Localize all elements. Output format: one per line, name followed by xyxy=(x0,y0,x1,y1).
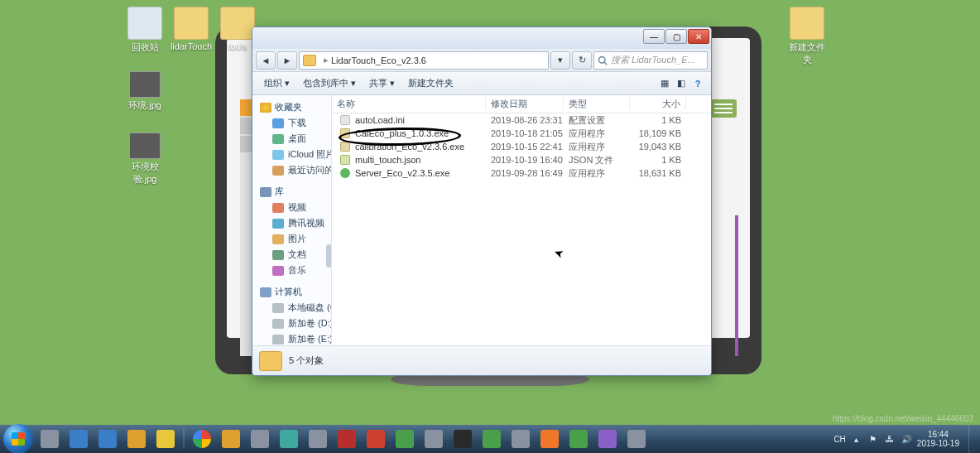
sidebar-item-downloads[interactable]: 下载 xyxy=(257,115,331,131)
nav-forward-button[interactable]: ► xyxy=(277,51,297,70)
tray-flag-icon[interactable]: ⚑ xyxy=(867,433,879,445)
breadcrumb-folder[interactable]: LidarTouch_Eco_v2.3.6 xyxy=(331,55,426,65)
file-row[interactable]: CalEco_plus_1.0.3.exe 2019-10-18 21:05 应… xyxy=(332,127,711,140)
taskbar-item[interactable] xyxy=(536,427,564,451)
sidebar-item-recent[interactable]: 最近访问的位置 xyxy=(257,162,331,178)
desktop-icon-env-jpg[interactable]: 环境.jpg xyxy=(122,71,167,112)
file-size: 18,109 KB xyxy=(630,128,686,138)
file-size: 1 KB xyxy=(630,155,686,165)
desktop-icon xyxy=(272,134,284,144)
view-button[interactable]: ▦ xyxy=(656,75,673,92)
refresh-button[interactable]: ↻ xyxy=(572,51,592,70)
file-type: 配置设置 xyxy=(564,114,630,127)
taskbar-item[interactable] xyxy=(65,427,93,451)
documents-icon xyxy=(272,250,284,260)
file-date: 2019-10-18 21:05 xyxy=(486,128,564,138)
tray-clock[interactable]: 16:442019-10-19 xyxy=(917,430,959,448)
taskbar-item[interactable] xyxy=(122,427,151,451)
file-row[interactable]: multi_touch.json 2019-10-19 16:40 JSON 文… xyxy=(332,153,711,166)
sidebar-scrollbar[interactable] xyxy=(326,244,331,267)
tray-ime[interactable]: CH xyxy=(833,435,845,444)
monitor-right-bar xyxy=(710,99,737,356)
taskbar-item[interactable] xyxy=(275,427,303,451)
system-tray: CH ▴ ⚑ 🖧 🔊 16:442019-10-19 xyxy=(833,430,964,448)
taskbar-item[interactable] xyxy=(507,427,535,451)
sidebar-item-tencent[interactable]: 腾讯视频 xyxy=(257,215,331,231)
file-pane: 名称 修改日期 类型 大小 autoLoad.ini 2019-08-26 23… xyxy=(332,95,711,345)
taskbar-item[interactable] xyxy=(333,427,361,451)
desktop-icon-newfolder[interactable]: 新建文件夹 xyxy=(785,7,829,66)
hamburger-icon xyxy=(710,99,737,118)
toolbar-share[interactable]: 共享 ▾ xyxy=(363,75,401,92)
taskbar-item[interactable] xyxy=(36,427,64,451)
nav-back-button[interactable]: ◄ xyxy=(256,51,276,70)
toolbar-include[interactable]: 包含到库中 ▾ xyxy=(296,75,363,92)
taskbar-item[interactable] xyxy=(391,427,419,451)
tray-volume-icon[interactable]: 🔊 xyxy=(901,433,912,445)
sidebar-item-desktop[interactable]: 桌面 xyxy=(257,131,331,147)
search-icon xyxy=(598,55,608,65)
file-size: 1 KB xyxy=(630,115,686,125)
search-input[interactable]: 搜索 LidarTouch_E... xyxy=(593,51,708,70)
titlebar[interactable]: — ▢ ✕ xyxy=(252,27,711,49)
file-name: Server_Eco_v2.3.5.exe xyxy=(355,168,449,178)
col-date[interactable]: 修改日期 xyxy=(486,98,564,110)
sidebar-item-pictures[interactable]: 图片 xyxy=(257,231,331,247)
maximize-button[interactable]: ▢ xyxy=(665,29,687,44)
toolbar-newfolder[interactable]: 新建文件夹 xyxy=(401,75,460,92)
taskbar-item[interactable] xyxy=(362,427,390,451)
sidebar-item-music[interactable]: 音乐 xyxy=(257,263,331,278)
file-row[interactable]: calibration_Eco_v2.3.6.exe 2019-10-15 22… xyxy=(332,140,711,153)
file-name: multi_touch.json xyxy=(355,155,421,165)
file-row[interactable]: autoLoad.ini 2019-08-26 23:31 配置设置 1 KB xyxy=(332,113,711,127)
col-size[interactable]: 大小 xyxy=(630,98,686,110)
file-type: 应用程序 xyxy=(564,128,630,140)
taskbar: CH ▴ ⚑ 🖧 🔊 16:442019-10-19 xyxy=(0,425,980,453)
desktop-icon-recycle[interactable]: 回收站 xyxy=(122,7,167,54)
taskbar-item[interactable] xyxy=(622,427,651,451)
toolbar-organize[interactable]: 组织 ▾ xyxy=(257,75,296,92)
show-desktop-button[interactable] xyxy=(968,425,977,453)
taskbar-item[interactable] xyxy=(94,427,122,451)
path-dropdown-button[interactable]: ▾ xyxy=(550,51,570,70)
sidebar-item-icloud[interactable]: iCloud 照片 xyxy=(257,147,331,162)
desktop-icon-lidartouch[interactable]: lidarTouch xyxy=(169,7,214,51)
taskbar-item[interactable] xyxy=(188,427,216,451)
svg-point-0 xyxy=(599,56,606,63)
taskbar-item[interactable] xyxy=(478,427,506,451)
col-type[interactable]: 类型 xyxy=(564,98,630,110)
help-button[interactable]: ? xyxy=(689,75,706,92)
taskbar-item[interactable] xyxy=(564,427,593,451)
desktop-icon-envcheck-jpg[interactable]: 环境校验.jpg xyxy=(122,133,167,186)
sidebar-computer-head[interactable]: 计算机 xyxy=(257,283,331,300)
taskbar-item[interactable] xyxy=(593,427,622,451)
sidebar-item-disk-d[interactable]: 新加卷 (D:) xyxy=(257,316,331,331)
sidebar-favorites-head[interactable]: 收藏夹 xyxy=(257,99,331,115)
sidebar: 收藏夹 下载 桌面 iCloud 照片 最近访问的位置 库 视频 腾讯视频 图片… xyxy=(252,95,332,345)
pictures-icon xyxy=(272,234,284,244)
tray-chevron-icon[interactable]: ▴ xyxy=(851,433,862,445)
taskbar-item[interactable] xyxy=(217,427,245,451)
taskbar-item[interactable] xyxy=(246,427,274,451)
file-row[interactable]: Server_Eco_v2.3.5.exe 2019-09-28 16:49 应… xyxy=(332,166,711,180)
music-icon xyxy=(272,266,284,276)
column-headers: 名称 修改日期 类型 大小 xyxy=(332,95,711,113)
sidebar-item-disk-e[interactable]: 新加卷 (E:) xyxy=(257,331,331,345)
taskbar-item[interactable] xyxy=(304,427,332,451)
close-button[interactable]: ✕ xyxy=(688,29,709,44)
breadcrumb[interactable]: ▸ LidarTouch_Eco_v2.3.6 xyxy=(299,51,549,70)
col-name[interactable]: 名称 xyxy=(332,98,486,110)
file-name: CalEco_plus_1.0.3.exe xyxy=(355,128,449,138)
sidebar-library-head[interactable]: 库 xyxy=(257,183,331,200)
sidebar-item-videos[interactable]: 视频 xyxy=(257,200,331,215)
preview-pane-button[interactable]: ◧ xyxy=(673,75,689,92)
sidebar-item-disk-c[interactable]: 本地磁盘 (C:) xyxy=(257,300,331,316)
taskbar-item[interactable] xyxy=(420,427,448,451)
taskbar-item[interactable] xyxy=(449,427,477,451)
minimize-button[interactable]: — xyxy=(643,29,665,44)
tray-network-icon[interactable]: 🖧 xyxy=(884,433,896,445)
sidebar-item-documents[interactable]: 文档 xyxy=(257,247,331,263)
file-type: JSON 文件 xyxy=(564,154,630,166)
taskbar-item[interactable] xyxy=(151,427,180,451)
start-button[interactable] xyxy=(3,424,33,453)
